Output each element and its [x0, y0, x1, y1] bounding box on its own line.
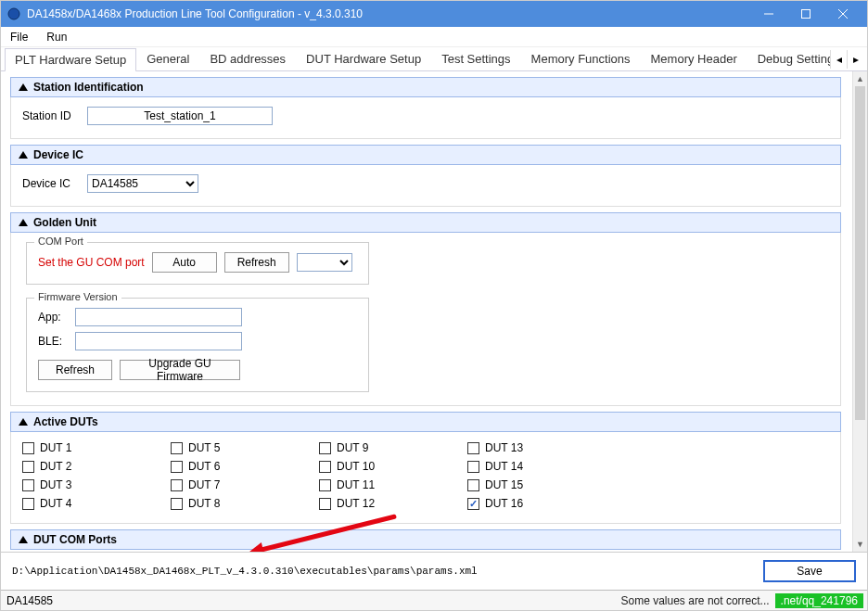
- section-title: DUT COM Ports: [33, 533, 117, 546]
- checkbox-icon[interactable]: [319, 498, 331, 510]
- footer: D:\Application\DA1458x_DA1468x_PLT_v_4.3…: [1, 552, 867, 590]
- tab-scroll-left[interactable]: ◂: [830, 50, 847, 69]
- menubar: File Run: [1, 27, 867, 47]
- watermark-badge: .net/qq_241796: [775, 593, 863, 608]
- app-icon: [6, 6, 21, 21]
- checkbox-icon[interactable]: [319, 479, 331, 491]
- dut-label: DUT 5: [188, 441, 220, 454]
- scroll-down-icon[interactable]: ▼: [853, 537, 867, 552]
- dut-label: DUT 3: [40, 478, 71, 491]
- deviceic-select[interactable]: DA14585: [87, 174, 198, 193]
- section-body-activeduts: DUT 1DUT 5DUT 9DUT 13DUT 2DUT 6DUT 10DUT…: [10, 432, 841, 524]
- checkbox-icon[interactable]: [171, 461, 183, 473]
- dut-label: DUT 4: [40, 497, 71, 510]
- dut-checkbox[interactable]: DUT 7: [171, 478, 300, 491]
- refresh-comport-button[interactable]: Refresh: [224, 252, 289, 273]
- comport-select[interactable]: [297, 253, 352, 272]
- dut-checkbox[interactable]: DUT 6: [171, 460, 300, 473]
- tabstrip: PLT Hardware SetupGeneralBD addressesDUT…: [1, 47, 867, 71]
- fw-legend: Firmware Version: [34, 291, 121, 302]
- menu-run[interactable]: Run: [41, 29, 72, 45]
- tab-debug-settings[interactable]: Debug Settings: [747, 47, 830, 71]
- checkbox-icon[interactable]: [22, 498, 34, 510]
- checkbox-icon[interactable]: [22, 461, 34, 473]
- checkbox-icon[interactable]: [22, 479, 34, 491]
- scrollbar-thumb[interactable]: [855, 86, 865, 420]
- fw-ble-input[interactable]: [75, 332, 242, 350]
- dut-checkbox[interactable]: DUT 15: [467, 478, 597, 491]
- auto-button[interactable]: Auto: [152, 252, 217, 273]
- checkbox-icon[interactable]: [319, 461, 331, 473]
- dut-checkbox[interactable]: DUT 10: [319, 460, 449, 473]
- dut-checkbox[interactable]: DUT 8: [171, 497, 300, 510]
- dut-label: DUT 12: [337, 497, 375, 510]
- section-body-deviceic: Device IC DA14585: [10, 165, 841, 207]
- section-header-dutcom[interactable]: DUT COM Ports: [10, 529, 841, 550]
- close-button[interactable]: [824, 1, 862, 27]
- section-header-golden[interactable]: Golden Unit: [10, 212, 841, 233]
- tab-plt-hardware-setup[interactable]: PLT Hardware Setup: [5, 48, 136, 71]
- checkbox-icon[interactable]: [171, 479, 183, 491]
- dut-checkbox[interactable]: DUT 2: [22, 460, 152, 473]
- dut-checkbox[interactable]: DUT 3: [22, 478, 152, 491]
- fw-app-input[interactable]: [75, 308, 242, 326]
- checkbox-icon[interactable]: [22, 442, 34, 454]
- vertical-scrollbar[interactable]: ▲ ▼: [852, 71, 867, 552]
- dut-label: DUT 7: [188, 478, 220, 491]
- dut-checkbox[interactable]: DUT 12: [319, 497, 449, 510]
- dut-checkbox[interactable]: DUT 16: [467, 497, 597, 510]
- status-device: DA14585: [6, 594, 53, 607]
- upgrade-firmware-button[interactable]: Upgrade GU Firmware: [120, 360, 240, 380]
- comport-warning: Set the GU COM port: [38, 256, 145, 269]
- tab-test-settings[interactable]: Test Settings: [431, 47, 520, 71]
- section-header-deviceic[interactable]: Device IC: [10, 145, 841, 165]
- triangle-up-icon: [19, 536, 28, 543]
- checkbox-icon[interactable]: [467, 479, 479, 491]
- section-title: Active DUTs: [33, 415, 98, 428]
- titlebar: DA1458x/DA1468x Production Line Tool Con…: [1, 1, 867, 27]
- fw-refresh-button[interactable]: Refresh: [38, 360, 112, 380]
- tab-general[interactable]: General: [136, 47, 199, 71]
- station-id-input[interactable]: [87, 107, 273, 125]
- dut-label: DUT 2: [40, 460, 71, 473]
- tab-dut-hardware-setup[interactable]: DUT Hardware Setup: [296, 47, 431, 71]
- tab-memory-functions[interactable]: Memory Functions: [521, 47, 641, 71]
- dut-label: DUT 8: [188, 497, 220, 510]
- save-button[interactable]: Save: [763, 560, 856, 582]
- checkbox-icon[interactable]: [171, 442, 183, 454]
- tab-scroll-right[interactable]: ▸: [847, 50, 863, 69]
- section-header-station[interactable]: Station Identification: [10, 77, 841, 97]
- content-area: Station Identification Station ID Device…: [1, 71, 867, 552]
- dut-checkbox[interactable]: DUT 5: [171, 441, 300, 454]
- dut-checkbox[interactable]: DUT 13: [467, 441, 597, 454]
- station-id-label: Station ID: [22, 109, 80, 122]
- section-header-activeduts[interactable]: Active DUTs: [10, 412, 841, 432]
- checkbox-icon[interactable]: [319, 442, 331, 454]
- section-title: Device IC: [33, 148, 83, 161]
- checkbox-icon[interactable]: [467, 498, 479, 510]
- dut-checkbox[interactable]: DUT 4: [22, 497, 152, 510]
- fw-app-label: App:: [38, 311, 68, 324]
- checkbox-icon[interactable]: [171, 498, 183, 510]
- tab-memory-header[interactable]: Memory Header: [641, 47, 747, 71]
- menu-file[interactable]: File: [5, 29, 33, 45]
- app-window: DA1458x/DA1468x Production Line Tool Con…: [0, 0, 868, 611]
- svg-rect-2: [802, 10, 811, 19]
- dut-label: DUT 10: [337, 460, 375, 473]
- dut-label: DUT 15: [485, 478, 523, 491]
- dut-checkbox[interactable]: DUT 11: [319, 478, 449, 491]
- dut-label: DUT 16: [485, 497, 523, 510]
- dut-checkbox[interactable]: DUT 1: [22, 441, 152, 454]
- section-body-station: Station ID: [10, 97, 841, 139]
- maximize-button[interactable]: [787, 1, 824, 27]
- dut-checkbox[interactable]: DUT 9: [319, 441, 449, 454]
- svg-point-0: [8, 8, 19, 19]
- scroll-up-icon[interactable]: ▲: [853, 71, 867, 86]
- section-body-golden: COM Port Set the GU COM port Auto Refres…: [10, 233, 841, 406]
- tab-bd-addresses[interactable]: BD addresses: [199, 47, 296, 71]
- checkbox-icon[interactable]: [467, 442, 479, 454]
- dut-checkbox[interactable]: DUT 14: [467, 460, 597, 473]
- dut-label: DUT 14: [485, 460, 523, 473]
- minimize-button[interactable]: [750, 1, 787, 27]
- checkbox-icon[interactable]: [467, 461, 479, 473]
